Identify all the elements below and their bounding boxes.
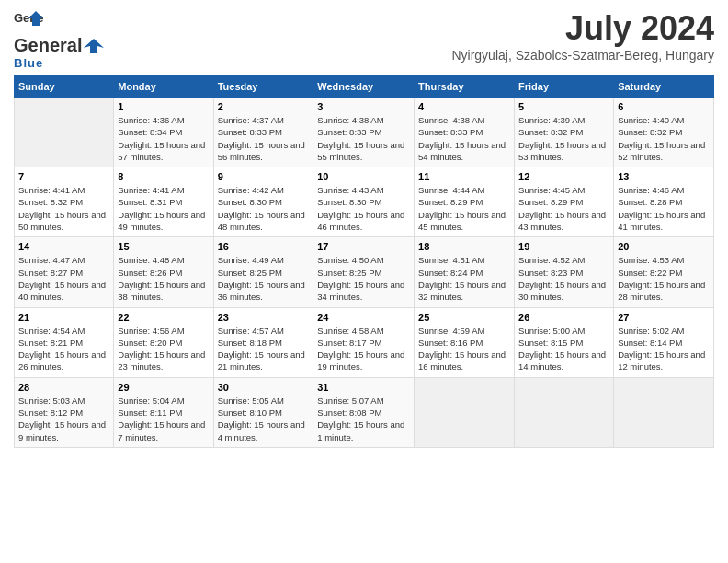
day-cell: 5Sunrise: 4:39 AMSunset: 8:32 PMDaylight… (515, 98, 614, 167)
week-row-2: 7Sunrise: 4:41 AMSunset: 8:32 PMDaylight… (15, 167, 714, 237)
day-number: 8 (118, 171, 209, 182)
day-info: Sunrise: 4:50 AMSunset: 8:25 PMDaylight:… (317, 254, 410, 303)
day-cell: 24Sunrise: 4:58 AMSunset: 8:17 PMDayligh… (313, 307, 415, 377)
header-day-tuesday: Tuesday (213, 76, 313, 98)
day-info: Sunrise: 4:56 AMSunset: 8:20 PMDaylight:… (118, 325, 209, 373)
day-number: 18 (418, 241, 510, 252)
day-info: Sunrise: 4:48 AMSunset: 8:26 PMDaylight:… (118, 254, 209, 303)
day-info: Sunrise: 4:45 AMSunset: 8:29 PMDaylight:… (518, 184, 609, 233)
day-info: Sunrise: 4:46 AMSunset: 8:28 PMDaylight:… (618, 184, 710, 233)
day-number: 10 (317, 171, 410, 182)
day-info: Sunrise: 4:49 AMSunset: 8:25 PMDaylight:… (218, 254, 310, 303)
day-number: 24 (317, 312, 410, 323)
day-number: 6 (618, 101, 710, 112)
day-cell: 20Sunrise: 4:53 AMSunset: 8:22 PMDayligh… (614, 237, 714, 307)
day-info: Sunrise: 5:00 AMSunset: 8:15 PMDaylight:… (518, 325, 609, 373)
day-cell: 10Sunrise: 4:43 AMSunset: 8:30 PMDayligh… (313, 167, 415, 237)
day-number: 26 (518, 312, 609, 323)
day-info: Sunrise: 5:04 AMSunset: 8:11 PMDaylight:… (118, 395, 209, 443)
day-info: Sunrise: 4:36 AMSunset: 8:34 PMDaylight:… (118, 114, 209, 163)
day-cell: 28Sunrise: 5:03 AMSunset: 8:12 PMDayligh… (15, 377, 114, 447)
day-cell: 13Sunrise: 4:46 AMSunset: 8:28 PMDayligh… (614, 167, 714, 237)
header-day-thursday: Thursday (415, 76, 515, 98)
day-info: Sunrise: 4:37 AMSunset: 8:33 PMDaylight:… (218, 114, 310, 163)
day-cell: 1Sunrise: 4:36 AMSunset: 8:34 PMDaylight… (114, 98, 213, 167)
header-day-friday: Friday (515, 76, 614, 98)
day-cell: 21Sunrise: 4:54 AMSunset: 8:21 PMDayligh… (15, 307, 114, 377)
day-number: 22 (118, 312, 209, 323)
day-number: 14 (18, 241, 109, 252)
day-info: Sunrise: 4:58 AMSunset: 8:17 PMDaylight:… (317, 325, 410, 373)
title-area: July 2024 Nyirgyulaj, Szabolcs-Szatmar-B… (451, 9, 714, 63)
day-number: 31 (317, 382, 410, 393)
day-info: Sunrise: 4:43 AMSunset: 8:30 PMDaylight:… (317, 184, 410, 233)
day-number: 27 (618, 312, 710, 323)
day-cell (614, 377, 714, 447)
day-cell: 4Sunrise: 4:38 AMSunset: 8:33 PMDaylight… (415, 98, 515, 167)
day-cell (415, 377, 515, 447)
day-number: 3 (317, 101, 410, 112)
day-number: 13 (618, 171, 710, 182)
day-number: 12 (518, 171, 609, 182)
location: Nyirgyulaj, Szabolcs-Szatmar-Bereg, Hung… (451, 48, 714, 63)
day-info: Sunrise: 4:40 AMSunset: 8:32 PMDaylight:… (618, 114, 710, 163)
day-info: Sunrise: 4:47 AMSunset: 8:27 PMDaylight:… (18, 254, 109, 303)
header-day-wednesday: Wednesday (313, 76, 415, 98)
calendar-table: SundayMondayTuesdayWednesdayThursdayFrid… (14, 75, 714, 448)
day-number: 5 (518, 101, 609, 112)
header-row: SundayMondayTuesdayWednesdayThursdayFrid… (15, 76, 714, 98)
day-cell: 12Sunrise: 4:45 AMSunset: 8:29 PMDayligh… (515, 167, 614, 237)
logo-bird (84, 37, 104, 55)
week-row-5: 28Sunrise: 5:03 AMSunset: 8:12 PMDayligh… (15, 377, 714, 447)
day-info: Sunrise: 4:52 AMSunset: 8:23 PMDaylight:… (518, 254, 609, 303)
day-info: Sunrise: 4:38 AMSunset: 8:33 PMDaylight:… (317, 114, 410, 163)
day-cell: 14Sunrise: 4:47 AMSunset: 8:27 PMDayligh… (15, 237, 114, 307)
day-info: Sunrise: 5:07 AMSunset: 8:08 PMDaylight:… (317, 395, 410, 443)
logo-general: General (14, 35, 82, 56)
page-container: General General Blue July 2024 Nyirgyula… (0, 0, 728, 457)
svg-marker-1 (84, 39, 104, 53)
day-cell: 27Sunrise: 5:02 AMSunset: 8:14 PMDayligh… (614, 307, 714, 377)
header-day-saturday: Saturday (614, 76, 714, 98)
day-cell: 15Sunrise: 4:48 AMSunset: 8:26 PMDayligh… (114, 237, 213, 307)
day-number: 23 (218, 312, 310, 323)
day-number: 20 (618, 241, 710, 252)
day-info: Sunrise: 4:39 AMSunset: 8:32 PMDaylight:… (518, 114, 609, 163)
day-number: 7 (18, 171, 109, 182)
logo: General General Blue (14, 9, 106, 70)
header-day-monday: Monday (114, 76, 213, 98)
day-cell: 9Sunrise: 4:42 AMSunset: 8:30 PMDaylight… (213, 167, 313, 237)
day-info: Sunrise: 4:59 AMSunset: 8:16 PMDaylight:… (418, 325, 510, 373)
week-row-4: 21Sunrise: 4:54 AMSunset: 8:21 PMDayligh… (15, 307, 714, 377)
day-cell: 30Sunrise: 5:05 AMSunset: 8:10 PMDayligh… (213, 377, 313, 447)
day-cell: 16Sunrise: 4:49 AMSunset: 8:25 PMDayligh… (213, 237, 313, 307)
week-row-1: 1Sunrise: 4:36 AMSunset: 8:34 PMDaylight… (15, 98, 714, 167)
day-number: 28 (18, 382, 109, 393)
day-info: Sunrise: 4:44 AMSunset: 8:29 PMDaylight:… (418, 184, 510, 233)
day-number: 21 (18, 312, 109, 323)
day-number: 11 (418, 171, 510, 182)
day-number: 16 (218, 241, 310, 252)
day-info: Sunrise: 4:51 AMSunset: 8:24 PMDaylight:… (418, 254, 510, 303)
day-cell: 22Sunrise: 4:56 AMSunset: 8:20 PMDayligh… (114, 307, 213, 377)
day-cell: 7Sunrise: 4:41 AMSunset: 8:32 PMDaylight… (15, 167, 114, 237)
day-info: Sunrise: 4:42 AMSunset: 8:30 PMDaylight:… (218, 184, 310, 233)
day-info: Sunrise: 5:03 AMSunset: 8:12 PMDaylight:… (18, 395, 109, 443)
day-number: 29 (118, 382, 209, 393)
day-info: Sunrise: 5:02 AMSunset: 8:14 PMDaylight:… (618, 325, 710, 373)
day-cell: 17Sunrise: 4:50 AMSunset: 8:25 PMDayligh… (313, 237, 415, 307)
day-cell (15, 98, 114, 167)
day-info: Sunrise: 4:41 AMSunset: 8:31 PMDaylight:… (118, 184, 209, 233)
day-number: 19 (518, 241, 609, 252)
day-info: Sunrise: 4:38 AMSunset: 8:33 PMDaylight:… (418, 114, 510, 163)
day-cell: 8Sunrise: 4:41 AMSunset: 8:31 PMDaylight… (114, 167, 213, 237)
day-info: Sunrise: 5:05 AMSunset: 8:10 PMDaylight:… (218, 395, 310, 443)
header-day-sunday: Sunday (15, 76, 114, 98)
day-number: 30 (218, 382, 310, 393)
day-cell: 3Sunrise: 4:38 AMSunset: 8:33 PMDaylight… (313, 98, 415, 167)
day-cell: 25Sunrise: 4:59 AMSunset: 8:16 PMDayligh… (415, 307, 515, 377)
day-cell: 11Sunrise: 4:44 AMSunset: 8:29 PMDayligh… (415, 167, 515, 237)
day-cell: 6Sunrise: 4:40 AMSunset: 8:32 PMDaylight… (614, 98, 714, 167)
month-title: July 2024 (451, 9, 714, 48)
day-cell: 31Sunrise: 5:07 AMSunset: 8:08 PMDayligh… (313, 377, 415, 447)
